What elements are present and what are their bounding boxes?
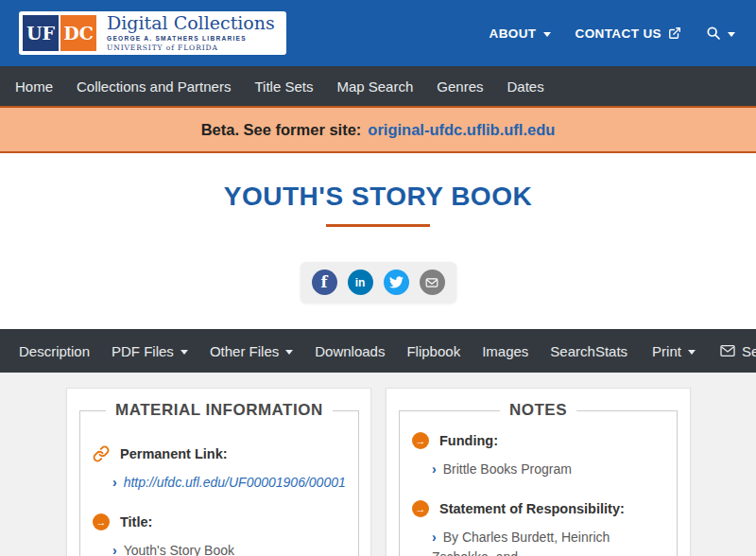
pdf-files-label[interactable]: PDF Files <box>112 343 174 359</box>
caret-down-icon <box>285 350 293 355</box>
permanent-link-row: Permanent Link: <box>93 445 346 462</box>
external-link-icon <box>668 26 681 40</box>
beta-text: Beta. See former site: <box>201 121 362 139</box>
permanent-link-value-row: ›http://ufdc.ufl.edu/UF00001906/00001 <box>112 473 346 494</box>
nav-home[interactable]: Home <box>15 78 53 95</box>
tab-pdf-files: PDF Files <box>112 343 188 359</box>
nav-map-search[interactable]: Map Search <box>336 78 413 95</box>
funding-value-row: ›Brittle Books Program <box>432 460 664 480</box>
arrow-circle-icon: → <box>93 513 110 530</box>
nav-genres[interactable]: Genres <box>437 78 483 95</box>
facebook-share-button[interactable]: f <box>312 269 337 295</box>
caret-down-icon <box>688 350 696 355</box>
funding-label: Funding: <box>439 433 498 448</box>
twitter-share-button[interactable] <box>384 269 409 295</box>
logo-title: Digital Collections <box>107 14 275 32</box>
facebook-icon: f <box>321 273 328 291</box>
ufdc-logo[interactable]: UF DC Digital Collections GEORGE A. SMAT… <box>19 11 286 55</box>
logo-university: UNIVERSITY of FLORIDA <box>107 43 275 52</box>
arrow-glyph: → <box>416 503 426 514</box>
arrow-glyph: → <box>416 435 426 446</box>
linkedin-icon: in <box>355 276 366 289</box>
title-value-row: ›Youth's Story Book <box>112 541 346 556</box>
caret-down-icon <box>180 350 188 355</box>
arrow-glyph: → <box>96 516 107 528</box>
statement-row: → Statement of Responsibility: <box>412 500 664 517</box>
statement-value-row: ›By Charles Burdett, Heinrich Zschokke, … <box>432 528 664 556</box>
contact-us-link[interactable]: CONTACT US <box>576 26 682 41</box>
nav-collections-and-partners[interactable]: Collections and Partners <box>77 78 231 95</box>
toolbar-left: Description PDF Files Other Files Downlo… <box>19 343 595 359</box>
tab-description[interactable]: Description <box>19 343 90 359</box>
tab-downloads[interactable]: Downloads <box>315 343 385 359</box>
arrow-circle-icon: → <box>412 432 429 449</box>
twitter-icon <box>389 275 404 289</box>
material-information-card: MATERIAL INFORMATION Permanent Link: ›ht… <box>66 388 371 556</box>
statement-line-1: By Charles Burdett, Heinrich Zschokke, a… <box>432 530 610 556</box>
chevron-right-icon: › <box>432 530 437 545</box>
stats-button[interactable]: Stats <box>595 343 627 359</box>
title-label: Title: <box>120 514 152 530</box>
about-menu[interactable]: ABOUT <box>490 26 551 41</box>
title-value: Youth's Story Book <box>124 543 234 556</box>
tab-search[interactable]: Search <box>550 343 595 359</box>
panel-title: MATERIAL INFORMATION <box>106 401 333 420</box>
item-toolbar: Description PDF Files Other Files Downlo… <box>0 329 756 373</box>
header-links: ABOUT CONTACT US <box>490 26 736 41</box>
notes-card: NOTES → Funding: ›Brittle Books Program … <box>386 388 691 556</box>
tab-other-files: Other Files <box>210 343 293 359</box>
uf-logo-square: UF <box>23 15 59 51</box>
chevron-right-icon: › <box>112 543 117 556</box>
chain-link-icon <box>93 445 110 462</box>
send-button[interactable]: Send <box>720 343 756 359</box>
notes-fieldset: NOTES → Funding: ›Brittle Books Program … <box>399 401 678 556</box>
search-menu[interactable] <box>706 26 735 41</box>
main-navigation: Home Collections and Partners Title Sets… <box>0 66 756 106</box>
permanent-link-url[interactable]: http://ufdc.ufl.edu/UF00001906/00001 <box>124 475 346 490</box>
contact-label: CONTACT US <box>576 26 662 41</box>
panel-title: NOTES <box>500 401 576 420</box>
arrow-circle-icon: → <box>412 500 429 517</box>
tab-images[interactable]: Images <box>482 343 528 359</box>
nav-dates[interactable]: Dates <box>507 78 543 95</box>
chevron-right-icon: › <box>432 461 437 477</box>
envelope-icon <box>425 276 438 289</box>
print-menu: Print <box>652 343 696 359</box>
search-icon <box>706 26 721 41</box>
about-label: ABOUT <box>490 26 537 41</box>
toolbar-right: Stats Print Send <box>595 343 756 359</box>
email-share-button[interactable] <box>420 269 445 295</box>
site-header: UF DC Digital Collections GEORGE A. SMAT… <box>0 0 756 66</box>
other-files-label[interactable]: Other Files <box>210 343 279 359</box>
beta-banner: Beta. See former site: original-ufdc.ufl… <box>0 106 756 153</box>
funding-value: Brittle Books Program <box>443 461 572 477</box>
page-title: YOUTH'S STORY BOOK <box>0 182 756 212</box>
logo-subtitle: GEORGE A. SMATHERS LIBRARIES <box>107 35 275 42</box>
print-label[interactable]: Print <box>652 343 681 359</box>
envelope-icon <box>720 344 735 357</box>
caret-down-icon <box>543 32 551 37</box>
funding-row: → Funding: <box>412 432 664 449</box>
social-share-bar: f in <box>301 262 456 303</box>
linkedin-share-button[interactable]: in <box>348 269 373 295</box>
title-section: YOUTH'S STORY BOOK f in <box>0 153 756 329</box>
dc-logo-square: DC <box>60 15 96 51</box>
nav-title-sets[interactable]: Title Sets <box>254 78 313 95</box>
title-underline <box>326 224 430 227</box>
former-site-link[interactable]: original-ufdc.uflib.ufl.edu <box>368 121 555 139</box>
permanent-link-label: Permanent Link: <box>120 446 228 461</box>
item-metadata-area: MATERIAL INFORMATION Permanent Link: ›ht… <box>0 373 756 556</box>
caret-down-icon <box>728 32 735 37</box>
material-information-fieldset: MATERIAL INFORMATION Permanent Link: ›ht… <box>79 401 359 556</box>
title-row: → Title: <box>93 513 346 530</box>
tab-flipbook[interactable]: Flipbook <box>406 343 460 359</box>
statement-label: Statement of Responsibility: <box>439 501 625 516</box>
chevron-right-icon: › <box>112 475 117 490</box>
send-label: Send <box>742 343 756 359</box>
